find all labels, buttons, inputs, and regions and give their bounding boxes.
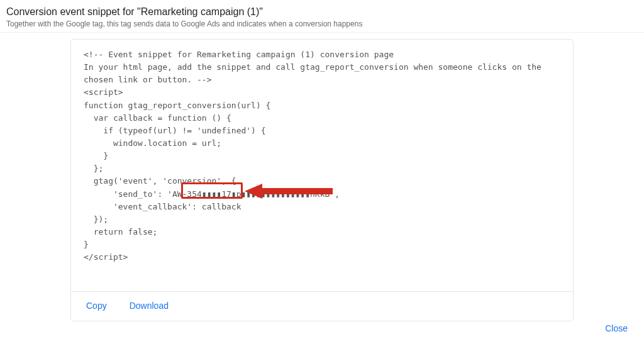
dialog-footer: Close — [605, 323, 628, 334]
code-snippet[interactable]: <!-- Event snippet for Remarketing campa… — [84, 48, 560, 264]
dialog-body: <!-- Event snippet for Remarketing campa… — [0, 33, 644, 321]
dialog-subtitle: Together with the Google tag, this tag s… — [6, 19, 638, 28]
snippet-panel: <!-- Event snippet for Remarketing campa… — [70, 39, 574, 321]
panel-actions: Copy Download — [71, 291, 573, 321]
dialog-header: Conversion event snippet for "Remarketin… — [0, 0, 644, 33]
copy-button[interactable]: Copy — [86, 301, 107, 311]
close-button[interactable]: Close — [605, 323, 628, 333]
code-container: <!-- Event snippet for Remarketing campa… — [71, 40, 573, 291]
dialog-title: Conversion event snippet for "Remarketin… — [6, 6, 638, 18]
download-button[interactable]: Download — [130, 301, 169, 311]
